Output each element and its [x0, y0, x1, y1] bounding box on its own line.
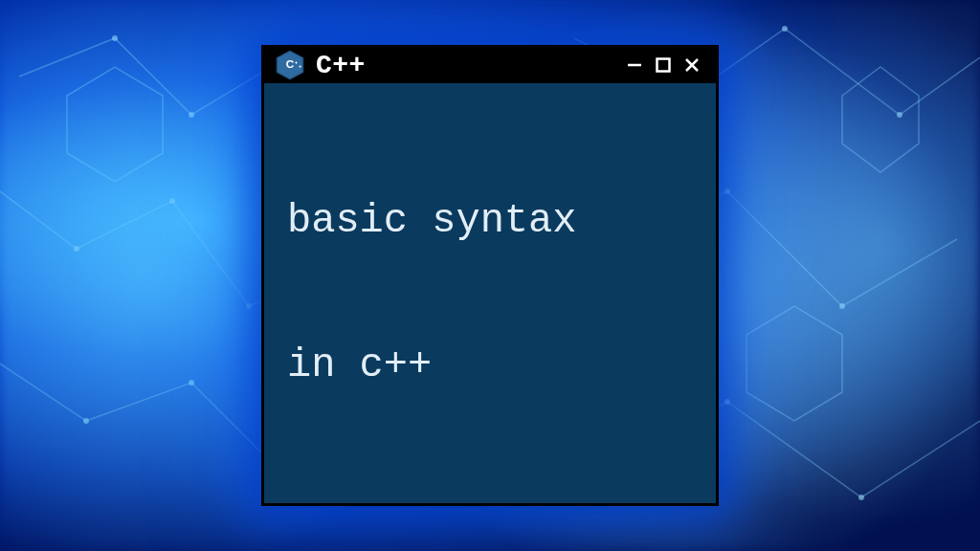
window-titlebar[interactable]: C + + C++ [264, 48, 716, 83]
content-line-1: basic syntax [287, 197, 693, 245]
svg-point-13 [897, 112, 902, 118]
svg-marker-0 [842, 67, 919, 172]
window-body: basic syntax in c++ [264, 83, 716, 503]
svg-point-9 [83, 418, 89, 424]
close-button[interactable] [678, 51, 706, 79]
svg-marker-2 [67, 67, 163, 182]
minimize-button[interactable] [620, 51, 649, 79]
svg-marker-1 [746, 306, 842, 421]
svg-point-3 [112, 35, 118, 41]
svg-point-7 [169, 198, 175, 204]
app-window: C + + C++ basic syntax in c++ [261, 45, 719, 506]
maximize-button[interactable] [649, 51, 678, 79]
window-controls [620, 51, 706, 79]
svg-point-15 [839, 303, 845, 309]
svg-point-12 [782, 26, 788, 32]
svg-point-6 [74, 246, 79, 252]
svg-point-4 [189, 112, 194, 118]
svg-text:+: + [295, 59, 299, 65]
svg-point-17 [858, 495, 864, 500]
svg-rect-23 [657, 59, 670, 72]
svg-point-8 [246, 303, 252, 309]
content-line-2: in c++ [287, 342, 693, 389]
svg-point-14 [724, 188, 730, 194]
window-title: C++ [316, 51, 611, 80]
svg-point-16 [724, 399, 730, 405]
svg-text:C: C [286, 58, 295, 71]
svg-text:+: + [299, 64, 302, 70]
svg-point-10 [189, 380, 194, 386]
cpp-logo-icon: C + + [274, 49, 306, 81]
